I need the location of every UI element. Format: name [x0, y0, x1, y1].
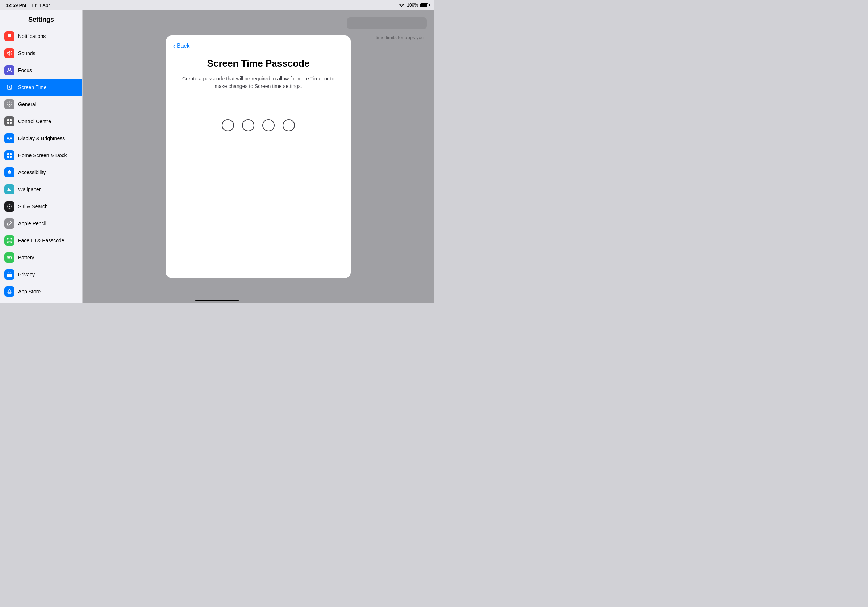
battery-icon: [420, 3, 428, 7]
status-time: 12:59 PM: [6, 3, 26, 8]
battery-label: Battery: [18, 255, 34, 260]
sidebar-item-face-id[interactable]: Face ID & Passcode: [0, 232, 82, 249]
passcode-dot-4[interactable]: [282, 119, 295, 132]
privacy-icon: [4, 269, 14, 280]
svg-rect-4: [7, 119, 9, 121]
svg-point-16: [8, 240, 9, 240]
sidebar-group: NotificationsSoundsFocusScreen TimeGener…: [0, 28, 82, 300]
face-id-label: Face ID & Passcode: [18, 238, 65, 243]
main-content: time limits for apps you ‹ Back Screen T…: [82, 10, 434, 304]
sidebar-title: Settings: [0, 10, 82, 28]
status-right: 100%: [399, 3, 428, 8]
home-bar: [195, 300, 239, 301]
svg-rect-11: [10, 156, 12, 158]
siri-search-label: Siri & Search: [18, 204, 48, 209]
sounds-label: Sounds: [18, 50, 35, 56]
notifications-icon: [4, 31, 14, 41]
sidebar-item-accessibility[interactable]: Accessibility: [0, 164, 82, 181]
modal-body: Screen Time Passcode Create a passcode t…: [166, 51, 351, 278]
apple-pencil-label: Apple Pencil: [18, 221, 46, 226]
svg-point-12: [9, 170, 10, 171]
focus-label: Focus: [18, 67, 32, 73]
back-label: Back: [177, 43, 190, 49]
passcode-dot-3[interactable]: [262, 119, 274, 132]
sidebar-item-notifications[interactable]: Notifications: [0, 28, 82, 45]
display-brightness-icon: AA: [4, 133, 14, 143]
sidebar-item-focus[interactable]: Focus: [0, 62, 82, 79]
wallpaper-label: Wallpaper: [18, 186, 41, 192]
svg-rect-10: [7, 156, 9, 158]
back-chevron-icon: ‹: [173, 43, 175, 49]
passcode-dot-2[interactable]: [242, 119, 254, 132]
sidebar-item-siri-search[interactable]: Siri & Search: [0, 198, 82, 215]
svg-rect-9: [10, 153, 12, 155]
focus-icon: [4, 65, 14, 75]
display-brightness-label: Display & Brightness: [18, 135, 65, 141]
modal-description: Create a passcode that will be required …: [180, 75, 336, 90]
sidebar: Settings NotificationsSoundsFocusScreen …: [0, 10, 82, 304]
screen-time-label: Screen Time: [18, 84, 47, 90]
sidebar-item-control-centre[interactable]: Control Centre: [0, 113, 82, 130]
svg-point-17: [10, 240, 11, 240]
app-container: Settings NotificationsSoundsFocusScreen …: [0, 10, 434, 304]
control-centre-icon: [4, 116, 14, 126]
sidebar-item-privacy[interactable]: Privacy: [0, 266, 82, 283]
modal-backdrop: ‹ Back Screen Time Passcode Create a pas…: [82, 10, 434, 304]
sidebar-item-apple-pencil[interactable]: Apple Pencil: [0, 215, 82, 232]
sidebar-item-home-screen[interactable]: Home Screen & Dock: [0, 147, 82, 164]
svg-rect-19: [8, 257, 10, 259]
general-label: General: [18, 101, 36, 107]
home-screen-icon: [4, 150, 14, 160]
sidebar-item-general[interactable]: General: [0, 96, 82, 113]
svg-line-2: [9, 88, 11, 88]
wallpaper-icon: [4, 184, 14, 195]
face-id-icon: [4, 235, 14, 246]
sounds-icon: [4, 48, 14, 58]
apple-pencil-icon: [4, 218, 14, 229]
accessibility-label: Accessibility: [18, 169, 46, 175]
app-store-icon: [4, 286, 14, 297]
back-button[interactable]: ‹ Back: [172, 41, 191, 51]
svg-rect-5: [10, 119, 12, 121]
sidebar-item-screen-time[interactable]: Screen Time: [0, 79, 82, 96]
svg-rect-7: [10, 122, 12, 124]
passcode-modal: ‹ Back Screen Time Passcode Create a pas…: [166, 36, 351, 278]
privacy-label: Privacy: [18, 272, 35, 277]
svg-point-15: [9, 206, 10, 207]
sidebar-item-display-brightness[interactable]: AADisplay & Brightness: [0, 130, 82, 147]
status-date: Fri 1 Apr: [32, 3, 50, 8]
wifi-icon: [399, 3, 405, 8]
accessibility-icon: [4, 167, 14, 178]
modal-title: Screen Time Passcode: [207, 58, 310, 69]
siri-search-icon: [4, 201, 14, 212]
svg-rect-6: [7, 122, 9, 124]
sidebar-item-wallpaper[interactable]: Wallpaper: [0, 181, 82, 198]
sidebar-item-app-store[interactable]: App Store: [0, 283, 82, 300]
home-screen-label: Home Screen & Dock: [18, 152, 67, 158]
passcode-dots: [222, 119, 295, 132]
status-bar: 12:59 PM Fri 1 Apr 100%: [0, 0, 434, 10]
svg-point-3: [9, 104, 10, 105]
svg-rect-8: [7, 153, 9, 155]
modal-nav: ‹ Back: [166, 36, 351, 51]
app-store-label: App Store: [18, 289, 40, 294]
notifications-label: Notifications: [18, 33, 46, 39]
screen-time-icon: [4, 82, 14, 92]
sidebar-item-sounds[interactable]: Sounds: [0, 45, 82, 62]
general-icon: [4, 99, 14, 109]
passcode-dot-1[interactable]: [222, 119, 234, 132]
battery-percentage: 100%: [407, 3, 418, 8]
control-centre-label: Control Centre: [18, 118, 51, 124]
sidebar-item-battery[interactable]: Battery: [0, 249, 82, 266]
battery-icon: [4, 252, 14, 263]
